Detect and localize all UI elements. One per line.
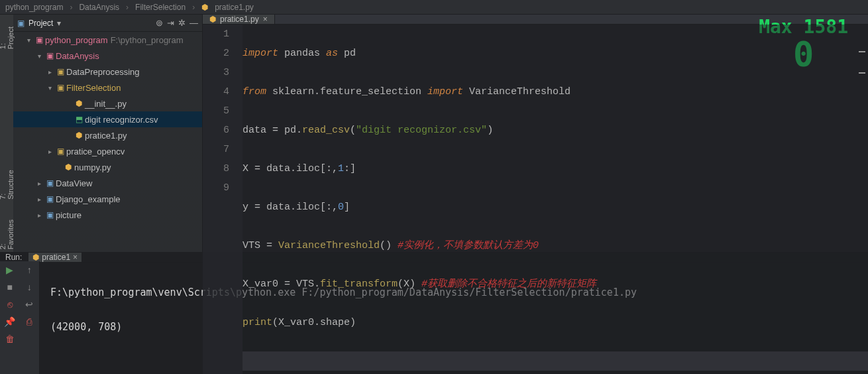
- dropdown-arrow-icon[interactable]: ▾: [57, 19, 61, 28]
- folder-icon: ▣: [33, 35, 45, 44]
- code-line[interactable]: y = data.iloc[:,0]: [243, 198, 868, 217]
- trash-icon[interactable]: 🗑: [5, 334, 15, 344]
- tree-path: F:\python_program: [111, 35, 184, 45]
- tree-label: DataPreprocessing: [66, 67, 140, 77]
- line-number: 9: [203, 178, 229, 198]
- tree-label: DataView: [56, 178, 92, 188]
- code-line[interactable]: VTS = VarianceThreshold() #实例化，不填参数默认方差为…: [243, 236, 868, 255]
- gutter: 1 2 3 4 5 6 7 8 9: [203, 25, 243, 374]
- tool-tab-favorites[interactable]: 2: Favorites: [0, 216, 15, 252]
- tree-label: numpy.py: [74, 162, 111, 172]
- project-panel: ▣ Project ▾ ⊚ ⇥ ✲ — ▾ ▣ python_program F…: [13, 15, 203, 252]
- tree-file-init[interactable]: ⬢ __init__.py: [13, 95, 202, 111]
- code-line[interactable]: data = pd.read_csv("digit recognizor.csv…: [243, 121, 868, 140]
- run-toolbar: ▶ ↑ ■ ↓ ⎋ ↩ 📌 ⎙ 🗑: [0, 261, 40, 374]
- stop-icon[interactable]: ■: [7, 282, 13, 292]
- line-number: 8: [203, 159, 229, 178]
- python-file-icon: ⬢: [73, 131, 85, 140]
- code-line[interactable]: X_var0 = VTS.fit_transform(X) #获取删除不合格特征…: [243, 275, 868, 294]
- exit-icon[interactable]: ⎋: [7, 299, 13, 310]
- code-body[interactable]: import pandas as pd from sklearn.feature…: [243, 25, 868, 374]
- code-line[interactable]: import pandas as pd: [243, 44, 868, 63]
- tree-folder-picture[interactable]: ▸ ▣ picture: [13, 207, 202, 223]
- close-icon[interactable]: ×: [73, 253, 78, 262]
- scroll-up-icon[interactable]: ↑: [27, 265, 32, 275]
- scroll-marks: [859, 51, 865, 94]
- python-file-icon: ⬢: [209, 15, 216, 24]
- python-file-icon: ⬢: [73, 99, 85, 108]
- chevron-right-icon: ›: [192, 3, 195, 12]
- run-tab-name: pratice1: [42, 253, 70, 262]
- code-editor[interactable]: 1 2 3 4 5 6 7 8 9 import pandas as pd fr…: [203, 25, 868, 374]
- tree-folder-opencv[interactable]: ▸ ▣ pratice_opencv: [13, 143, 202, 159]
- breadcrumb-item[interactable]: python_program: [5, 3, 63, 12]
- tree-label: pratice1.py: [85, 131, 127, 141]
- tree-label: pratice_opencv: [66, 147, 125, 156]
- tree-label: python_program: [45, 35, 108, 45]
- code-line[interactable]: print(X_var0.shape): [243, 313, 868, 332]
- folder-icon: ▣: [44, 210, 56, 219]
- folder-icon: ▣: [44, 51, 56, 60]
- tab-label: pratice1.py: [220, 15, 259, 24]
- folder-icon: ▣: [44, 178, 56, 188]
- chevron-down-icon: ▾: [45, 84, 54, 92]
- folder-icon: ▣: [54, 67, 66, 76]
- code-line[interactable]: from sklearn.feature_selection import Va…: [243, 82, 868, 101]
- tree-file-numpy[interactable]: ⬢ numpy.py: [13, 159, 202, 175]
- tree-file-pratice1[interactable]: ⬢ pratice1.py: [13, 127, 202, 143]
- chevron-right-icon: ›: [70, 3, 72, 12]
- editor-tab[interactable]: ⬢ pratice1.py ×: [203, 15, 275, 24]
- chevron-right-icon: ›: [126, 3, 129, 12]
- tool-tab-project[interactable]: 1: Project: [0, 21, 15, 52]
- pin-icon[interactable]: 📌: [4, 316, 15, 327]
- mark-icon: [859, 51, 865, 52]
- breadcrumb-item[interactable]: DataAnysis: [79, 3, 119, 12]
- chevron-down-icon: ▾: [34, 52, 44, 60]
- code-line[interactable]: X = data.iloc[:,1:]: [243, 159, 868, 178]
- chevron-right-icon: ▸: [34, 196, 44, 203]
- target-icon[interactable]: ⊚: [156, 18, 163, 28]
- code-line[interactable]: [243, 351, 868, 371]
- folder-icon: ▣: [17, 19, 25, 28]
- print-icon[interactable]: ⎙: [27, 316, 32, 327]
- tree-file-csv[interactable]: ⬒ digit recognizor.csv: [13, 111, 202, 127]
- chevron-right-icon: ▸: [45, 148, 54, 155]
- python-file-icon: ⬢: [201, 3, 208, 12]
- line-number: 3: [203, 63, 229, 82]
- left-tool-strip: 1: Project 7: Structure 2: Favorites: [0, 15, 13, 252]
- run-label: Run:: [5, 253, 22, 262]
- tool-tab-structure[interactable]: 7: Structure: [0, 166, 15, 202]
- line-number: 5: [203, 101, 229, 121]
- line-number: 6: [203, 121, 229, 140]
- breadcrumb-item[interactable]: pratice1.py: [215, 3, 254, 12]
- collapse-icon[interactable]: ⇥: [167, 18, 174, 28]
- tree-folder-dataview[interactable]: ▸ ▣ DataView: [13, 175, 202, 191]
- tree-folder-dataanysis[interactable]: ▾ ▣ DataAnysis: [13, 48, 202, 64]
- run-icon[interactable]: ▶: [6, 265, 13, 275]
- tree-folder-filterselection[interactable]: ▾ ▣ FilterSelection: [13, 80, 202, 95]
- wrap-icon[interactable]: ↩: [25, 299, 33, 310]
- line-number: 1: [203, 25, 229, 44]
- csv-file-icon: ⬒: [73, 115, 85, 124]
- scroll-down-icon[interactable]: ↓: [27, 282, 32, 292]
- tree-label: DataAnysis: [56, 51, 99, 61]
- line-number: 7: [203, 140, 229, 159]
- chevron-right-icon: ▸: [34, 212, 44, 219]
- project-tree[interactable]: ▾ ▣ python_program F:\python_program ▾ ▣…: [13, 32, 202, 252]
- gear-icon[interactable]: ✲: [178, 18, 186, 28]
- run-tab[interactable]: ⬢ pratice1 ×: [28, 253, 81, 262]
- tree-label: digit recognizor.csv: [85, 115, 158, 125]
- mark-icon: [859, 72, 865, 74]
- panel-title: Project: [28, 19, 53, 28]
- project-panel-header: ▣ Project ▾ ⊚ ⇥ ✲ —: [13, 15, 202, 32]
- tree-folder-django[interactable]: ▸ ▣ Django_example: [13, 191, 202, 207]
- line-number: 4: [203, 82, 229, 101]
- chevron-down-icon: ▾: [24, 36, 33, 44]
- breadcrumb-item[interactable]: FilterSelection: [135, 3, 186, 12]
- hide-icon[interactable]: —: [190, 18, 198, 28]
- tree-label: __init__.py: [85, 99, 127, 109]
- folder-icon: ▣: [44, 194, 56, 204]
- close-icon[interactable]: ×: [263, 15, 268, 24]
- tree-folder-preprocessing[interactable]: ▸ ▣ DataPreprocessing: [13, 64, 202, 80]
- tree-root[interactable]: ▾ ▣ python_program F:\python_program: [13, 32, 202, 48]
